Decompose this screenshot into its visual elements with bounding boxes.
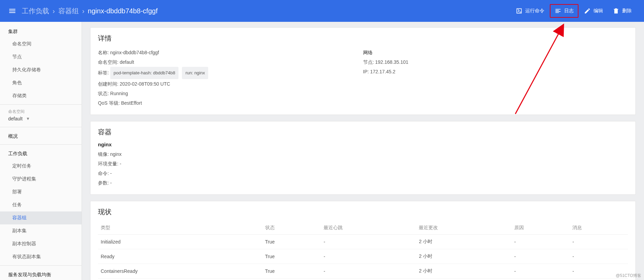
- breadcrumb-sep: ›: [53, 7, 55, 15]
- main-content: 详情 名称: nginx-dbddb74b8-cfggf 命名空间: defau…: [82, 22, 644, 280]
- table-cell: True: [262, 235, 321, 249]
- table-row: ContainersReadyTrue-2 小时--: [98, 264, 628, 279]
- th-reason: 原因: [512, 221, 570, 235]
- sidebar-item-daemonsets[interactable]: 守护进程集: [0, 173, 82, 186]
- sidebar-group-discovery[interactable]: 服务发现与负载均衡: [0, 268, 82, 280]
- logs-icon: [555, 8, 561, 14]
- sidebar-item-cronjobs[interactable]: 定时任务: [0, 160, 82, 173]
- sidebar-item-overview[interactable]: 概况: [0, 129, 82, 142]
- container-name: nginx: [98, 142, 628, 147]
- table-cell: True: [262, 264, 321, 279]
- args-label: 参数:: [98, 180, 109, 186]
- sidebar-item-deployments[interactable]: 部署: [0, 186, 82, 198]
- logs-button[interactable]: 日志: [550, 4, 578, 18]
- sidebar-divider: [0, 144, 82, 145]
- table-cell: -: [570, 279, 628, 280]
- cmd-label: 命令:: [98, 171, 109, 176]
- ip-label: IP:: [363, 69, 369, 74]
- sidebar-item-namespaces[interactable]: 命名空间: [0, 38, 82, 50]
- th-transition: 最近更改: [416, 221, 511, 235]
- sidebar-divider: [0, 104, 82, 105]
- containers-card: 容器 nginx 镜像: nginx 环境变量: - 命令: - 参数: -: [90, 121, 636, 195]
- details-card: 详情 名称: nginx-dbddb74b8-cfggf 命名空间: defau…: [90, 27, 636, 115]
- breadcrumb-pods[interactable]: 容器组: [58, 6, 79, 16]
- delete-label: 删除: [622, 8, 632, 14]
- table-cell: -: [512, 235, 570, 249]
- status-value: Running: [110, 91, 128, 96]
- table-cell: -: [321, 279, 416, 280]
- created-label: 创建时间:: [98, 81, 118, 87]
- image-label: 镜像:: [98, 151, 109, 157]
- sidebar-item-replicasets[interactable]: 副本集: [0, 224, 82, 237]
- args-value: -: [110, 180, 112, 186]
- qos-label: QoS 等级:: [98, 100, 120, 106]
- created-value: 2020-02-08T09:50 UTC: [120, 81, 170, 87]
- name-value: nginx-dbddb74b8-cfggf: [110, 50, 159, 55]
- table-cell: True: [262, 249, 321, 264]
- table-cell: Initialized: [98, 235, 262, 249]
- menu-icon[interactable]: [8, 7, 16, 15]
- sidebar-item-pods[interactable]: 容器组: [0, 211, 82, 224]
- label-chip: run: nginx: [182, 67, 208, 79]
- network-title: 网络: [363, 48, 628, 57]
- containers-title: 容器: [98, 128, 628, 137]
- breadcrumb-sep: ›: [82, 7, 85, 15]
- run-command-button[interactable]: 运行命令: [512, 5, 548, 17]
- sidebar-divider: [0, 127, 82, 127]
- ip-value: 172.17.45.2: [370, 69, 396, 74]
- table-cell: Ready: [98, 249, 262, 264]
- qos-value: BestEffort: [121, 100, 142, 106]
- sidebar-item-replicationcontrollers[interactable]: 副本控制器: [0, 237, 82, 250]
- namespace-select[interactable]: default ▼: [0, 115, 82, 125]
- details-title: 详情: [98, 34, 628, 43]
- table-cell: True: [262, 279, 321, 280]
- table-row: InitializedTrue-2 小时--: [98, 235, 628, 249]
- sidebar-item-statefulsets[interactable]: 有状态副本集: [0, 250, 82, 263]
- delete-button[interactable]: 删除: [609, 5, 636, 17]
- name-label: 名称:: [98, 50, 109, 55]
- conditions-table: 类型 状态 最近心跳 最近更改 原因 消息 InitializedTrue-2 …: [98, 221, 628, 280]
- node-label: 节点:: [363, 59, 374, 65]
- table-cell: 2 小时: [416, 249, 511, 264]
- status-label: 状态:: [98, 91, 109, 96]
- ns-label: 命名空间:: [98, 59, 118, 65]
- sidebar-group-workloads[interactable]: 工作负载: [0, 147, 82, 160]
- table-row: ReadyTrue-2 小时--: [98, 249, 628, 264]
- breadcrumb-workloads[interactable]: 工作负载: [22, 6, 49, 16]
- watermark: @51CTO博客: [616, 273, 641, 279]
- table-cell: -: [512, 264, 570, 279]
- image-value: nginx: [110, 151, 121, 157]
- table-cell: -: [321, 249, 416, 264]
- conditions-title: 现状: [98, 207, 628, 217]
- node-link[interactable]: 192.168.35.101: [375, 59, 408, 65]
- sidebar-item-jobs[interactable]: 任务: [0, 198, 82, 211]
- th-type: 类型: [98, 221, 262, 235]
- ns-value: default: [120, 59, 134, 65]
- run-command-label: 运行命令: [525, 8, 544, 14]
- namespace-value: default: [8, 116, 23, 121]
- sidebar-item-roles[interactable]: 角色: [0, 76, 82, 89]
- sidebar-item-pv[interactable]: 持久化存储卷: [0, 63, 82, 76]
- table-cell: 2 小时: [416, 235, 511, 249]
- table-cell: -: [570, 249, 628, 264]
- th-message: 消息: [570, 221, 628, 235]
- table-cell: PodScheduled: [98, 279, 262, 280]
- sidebar-item-nodes[interactable]: 节点: [0, 50, 82, 63]
- table-cell: -: [321, 264, 416, 279]
- th-heartbeat: 最近心跳: [321, 221, 416, 235]
- sidebar: 集群 命名空间 节点 持久化存储卷 角色 存储类 命名空间 default ▼ …: [0, 22, 82, 280]
- sidebar-group-cluster[interactable]: 集群: [0, 25, 82, 38]
- env-value: -: [120, 161, 121, 166]
- cmd-value: -: [110, 171, 112, 176]
- table-cell: 2 小时: [416, 264, 511, 279]
- conditions-card: 现状 类型 状态 最近心跳 最近更改 原因 消息 InitializedTrue…: [90, 201, 636, 280]
- edit-button[interactable]: 编辑: [580, 5, 607, 17]
- edit-icon: [584, 8, 591, 14]
- edit-label: 编辑: [593, 8, 603, 14]
- table-cell: 2 小时: [416, 279, 511, 280]
- breadcrumb-current: nginx-dbddb74b8-cfggf: [88, 7, 158, 15]
- th-status: 状态: [262, 221, 321, 235]
- sidebar-divider: [0, 265, 82, 266]
- sidebar-item-storageclass[interactable]: 存储类: [0, 89, 82, 102]
- env-label: 环境变量:: [98, 161, 118, 166]
